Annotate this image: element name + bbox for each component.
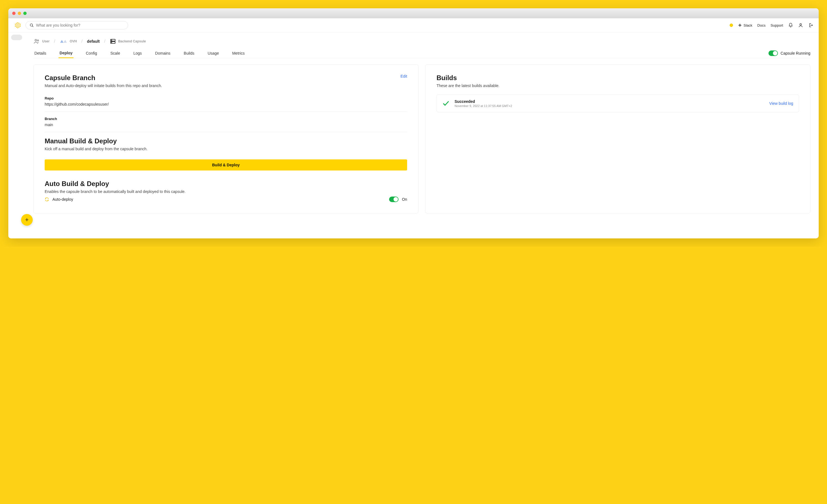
- docs-link[interactable]: Docs: [758, 23, 766, 28]
- svg-rect-18: [740, 25, 742, 26]
- svg-point-9: [17, 22, 18, 23]
- manual-subtitle: Kick off a manual build and deploy from …: [45, 147, 407, 151]
- breadcrumb-separator: /: [81, 39, 82, 44]
- tab-usage[interactable]: Usage: [207, 49, 220, 58]
- svg-rect-19: [740, 24, 740, 25]
- search-input[interactable]: [36, 23, 124, 28]
- breadcrumb-separator: /: [54, 39, 55, 44]
- svg-point-23: [38, 40, 39, 41]
- support-link-label: Support: [770, 23, 783, 28]
- svg-point-13: [20, 23, 20, 24]
- auto-deploy-toggle[interactable]: [389, 197, 398, 202]
- svg-point-5: [15, 23, 16, 24]
- view-build-log-link[interactable]: View build log: [769, 101, 793, 106]
- svg-point-8: [16, 27, 17, 28]
- capsule-running-toggle[interactable]: [769, 50, 778, 56]
- build-deploy-button[interactable]: Build & Deploy: [45, 159, 407, 170]
- refresh-icon: [45, 197, 49, 202]
- build-timestamp: November 9, 2022 at 11:37:55 AM GMT+2: [454, 104, 764, 108]
- window-maximize-button[interactable]: [23, 12, 27, 15]
- svg-point-27: [111, 42, 112, 43]
- auto-subtitle: Enables the capsule branch to be automat…: [45, 189, 407, 194]
- logout-icon[interactable]: [808, 23, 813, 28]
- status-dot-icon[interactable]: [730, 23, 733, 27]
- capsule-status-label: Capsule Running: [781, 51, 810, 55]
- breadcrumb-capsule-label: Backend Capsule: [118, 39, 146, 43]
- breadcrumb-user[interactable]: User: [33, 38, 50, 45]
- svg-rect-20: [740, 26, 740, 27]
- breadcrumb-provider[interactable]: OVH: [60, 39, 77, 44]
- tab-metrics[interactable]: Metrics: [231, 49, 246, 58]
- add-fab-button[interactable]: +: [21, 214, 33, 226]
- main-content: User / OVH / default /: [25, 33, 819, 239]
- svg-point-14: [20, 26, 20, 27]
- breadcrumb-capsule[interactable]: Backend Capsule: [110, 38, 146, 44]
- svg-point-15: [30, 23, 33, 26]
- breadcrumb-separator: /: [104, 39, 105, 44]
- repo-value: https://github.com/codecapsulesuser/: [45, 102, 407, 112]
- builds-subtitle: These are the latest builds available.: [437, 84, 799, 88]
- support-link[interactable]: Support: [770, 23, 783, 28]
- breadcrumb-provider-label: OVH: [69, 39, 77, 43]
- svg-point-21: [800, 23, 801, 25]
- svg-point-7: [16, 23, 17, 23]
- edit-branch-link[interactable]: Edit: [400, 74, 407, 79]
- provider-icon: [60, 39, 67, 44]
- tab-bar: DetailsDeployConfigScaleLogsDomainsBuild…: [33, 49, 810, 58]
- builds-title: Builds: [437, 74, 799, 82]
- window-minimize-button[interactable]: [18, 12, 21, 15]
- tab-deploy[interactable]: Deploy: [58, 49, 74, 58]
- tab-domains[interactable]: Domains: [154, 49, 172, 58]
- success-check-icon: [442, 100, 449, 107]
- app-window: Slack Docs Support: [8, 8, 819, 239]
- svg-line-16: [33, 26, 34, 27]
- users-icon: [33, 38, 40, 45]
- sidebar-collapsed-item[interactable]: [11, 35, 22, 40]
- notifications-icon[interactable]: [788, 23, 793, 28]
- search-icon: [30, 23, 34, 28]
- plus-icon: +: [25, 216, 29, 223]
- svg-point-10: [17, 28, 18, 28]
- server-icon: [110, 38, 116, 44]
- branch-value: main: [45, 122, 407, 132]
- capsule-branch-title: Capsule Branch: [45, 74, 162, 82]
- window-titlebar: [8, 8, 819, 18]
- repo-label: Repo: [45, 96, 407, 100]
- breadcrumb: User / OVH / default /: [33, 35, 810, 49]
- tab-builds[interactable]: Builds: [183, 49, 196, 58]
- svg-point-11: [18, 23, 19, 23]
- slack-link[interactable]: Slack: [738, 23, 752, 28]
- top-bar: Slack Docs Support: [8, 18, 819, 33]
- breadcrumb-workspace[interactable]: default: [87, 39, 100, 44]
- auto-title: Auto Build & Deploy: [45, 180, 407, 188]
- slack-icon: [738, 23, 742, 27]
- deploy-panel: Capsule Branch Manual and Auto-deploy wi…: [33, 64, 419, 213]
- capsule-branch-subtitle: Manual and Auto-deploy will initate buil…: [45, 84, 162, 88]
- manual-title: Manual Build & Deploy: [45, 137, 407, 145]
- builds-panel: Builds These are the latest builds avail…: [425, 64, 810, 213]
- svg-point-12: [18, 27, 19, 28]
- user-icon[interactable]: [798, 23, 803, 28]
- brand-logo-icon[interactable]: [14, 21, 21, 29]
- branch-label: Branch: [45, 117, 407, 121]
- tab-config[interactable]: Config: [85, 49, 98, 58]
- svg-rect-17: [738, 25, 740, 26]
- left-sidebar: [8, 33, 25, 239]
- tab-scale[interactable]: Scale: [109, 49, 121, 58]
- svg-point-22: [35, 39, 37, 41]
- window-close-button[interactable]: [12, 12, 15, 15]
- search-box[interactable]: [26, 21, 128, 30]
- auto-deploy-state: On: [402, 197, 407, 202]
- slack-link-label: Slack: [743, 23, 752, 28]
- breadcrumb-user-label: User: [42, 39, 50, 43]
- build-status: Succeeded: [454, 99, 764, 104]
- tab-logs[interactable]: Logs: [132, 49, 143, 58]
- tab-details[interactable]: Details: [33, 49, 47, 58]
- build-row: SucceededNovember 9, 2022 at 11:37:55 AM…: [437, 95, 799, 112]
- capsule-status: Capsule Running: [769, 50, 810, 56]
- auto-deploy-label: Auto-deploy: [52, 197, 73, 202]
- svg-point-26: [111, 40, 112, 41]
- svg-point-6: [15, 26, 16, 27]
- docs-link-label: Docs: [758, 23, 766, 28]
- breadcrumb-workspace-label: default: [87, 39, 100, 44]
